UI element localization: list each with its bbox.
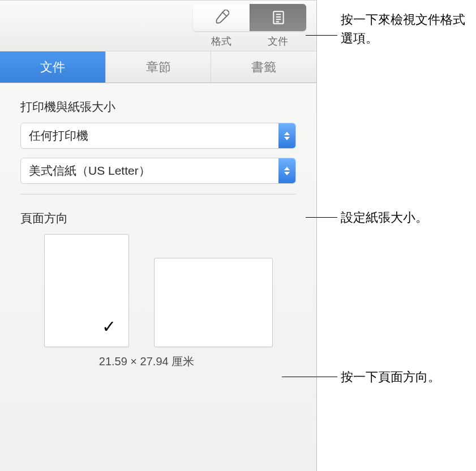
format-tab-button[interactable]	[193, 4, 250, 31]
annotation-paper-size: 設定紙張大小。	[341, 208, 428, 227]
annotation-line	[282, 377, 337, 377]
document-tab-button[interactable]	[250, 4, 306, 31]
brush-icon	[213, 10, 229, 25]
orientation-heading: 頁面方向	[20, 210, 296, 226]
checkmark-icon: ✓	[102, 317, 116, 336]
paper-size-select[interactable]: 美式信紙（US Letter）	[20, 158, 296, 184]
inspector-subtabs: 文件 章節 書籤	[0, 51, 316, 83]
printer-select[interactable]: 任何打印機	[20, 123, 296, 149]
document-tab-label: 文件	[250, 34, 306, 48]
orientation-portrait-button[interactable]: ✓	[44, 234, 129, 347]
tab-document[interactable]: 文件	[0, 51, 106, 83]
annotation-line	[306, 35, 337, 36]
dropdown-arrows-icon	[278, 158, 295, 183]
annotation-line	[306, 217, 337, 218]
annotation-view-options: 按一下來檢視文件格式選項。	[341, 10, 471, 47]
annotation-orientation: 按一下頁面方向。	[341, 368, 440, 386]
section-divider	[20, 194, 296, 195]
inspector-panel: 格式 文件 文件 章節 書籤 打印機與紙張大小 任何打印機 美式信紙（US Le…	[0, 0, 317, 471]
format-tab-label: 格式	[193, 34, 250, 48]
paper-size-select-value: 美式信紙（US Letter）	[29, 163, 151, 179]
document-icon	[271, 10, 286, 25]
tab-section[interactable]: 章節	[106, 51, 212, 83]
printer-select-value: 任何打印機	[29, 128, 88, 144]
orientation-landscape-button[interactable]	[154, 258, 273, 347]
page-dimensions-label: 21.59 × 27.94 厘米	[20, 354, 249, 369]
inspector-toolbar: 格式 文件	[0, 1, 316, 51]
document-settings-content: 打印機與紙張大小 任何打印機 美式信紙（US Letter） 頁面方向 ✓ 21…	[0, 83, 316, 385]
dropdown-arrows-icon	[278, 123, 295, 148]
inspector-mode-segment	[193, 4, 306, 31]
printer-paper-heading: 打印機與紙張大小	[20, 99, 296, 115]
tab-bookmark[interactable]: 書籤	[211, 51, 316, 83]
